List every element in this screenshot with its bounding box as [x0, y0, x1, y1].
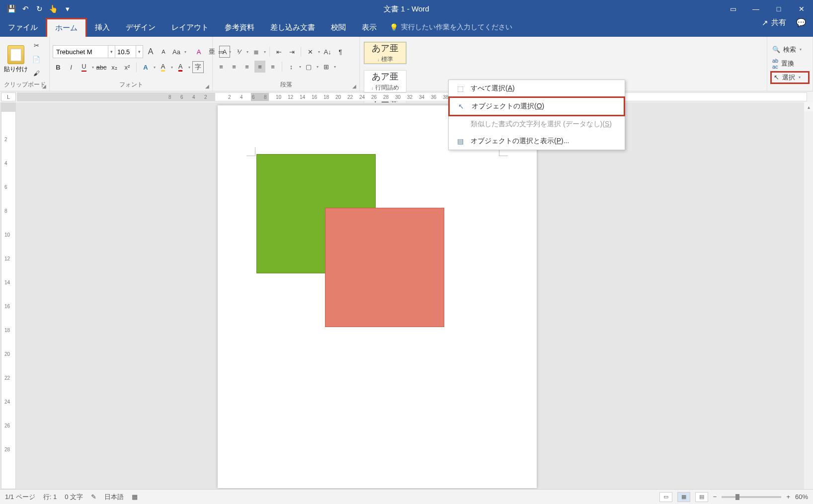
decrease-indent-button[interactable]: ⇤: [273, 46, 284, 58]
web-layout-button[interactable]: ▤: [695, 492, 708, 502]
paragraph-dialog-icon[interactable]: ◢: [352, 84, 356, 89]
borders-button[interactable]: ⊞: [321, 61, 331, 73]
cut-button[interactable]: ✂: [31, 39, 42, 51]
style-normal[interactable]: あア亜 ↓ 標準: [364, 42, 406, 64]
zoom-level[interactable]: 60%: [795, 493, 808, 501]
menu-select-objects[interactable]: ↖ オブジェクトの選択(O): [448, 96, 625, 116]
tab-design[interactable]: デザイン: [118, 18, 163, 37]
distribute-button[interactable]: ≡: [267, 61, 278, 73]
tab-home[interactable]: ホーム: [46, 18, 87, 37]
zoom-slider[interactable]: [722, 496, 781, 498]
increase-indent-button[interactable]: ⇥: [286, 46, 297, 58]
grow-font-button[interactable]: A: [145, 46, 156, 58]
copy-button[interactable]: 📄: [31, 53, 42, 65]
sort-button[interactable]: A↓: [322, 46, 333, 58]
tab-selector[interactable]: L: [1, 92, 16, 101]
vertical-ruler[interactable]: 246810121416182022242628: [1, 102, 16, 489]
italic-button[interactable]: I: [66, 61, 77, 73]
tab-layout[interactable]: レイアウト: [163, 18, 217, 37]
select-button[interactable]: ↖ 選択 ▾: [770, 71, 810, 84]
zoom-in-button[interactable]: +: [786, 493, 790, 501]
ribbon-options-button[interactable]: ▭: [722, 0, 744, 18]
bullets-button[interactable]: ≔: [216, 46, 227, 58]
page-count[interactable]: 1/1 ページ: [5, 493, 35, 502]
search-icon: 🔍: [772, 46, 780, 53]
align-right-button[interactable]: ≡: [242, 61, 252, 73]
format-painter-button[interactable]: 🖌: [31, 67, 42, 79]
strike-button[interactable]: abc: [96, 61, 107, 73]
qat-more-icon[interactable]: ▾: [63, 4, 72, 13]
window-buttons: ▭ — □ ✕: [722, 0, 813, 18]
enclose-char-button[interactable]: 字: [192, 61, 204, 73]
comments-button[interactable]: 💬: [796, 18, 806, 27]
paste-button[interactable]: 貼り付け: [3, 43, 29, 76]
share-button[interactable]: ↗ 共有: [762, 18, 786, 27]
font-name[interactable]: Trebuchet M: [53, 46, 108, 58]
menu-select-similar[interactable]: 類似した書式の文字列を選択 (データなし)(S): [449, 116, 625, 133]
clipboard-dialog-icon[interactable]: ◢: [42, 84, 46, 89]
bold-button[interactable]: B: [53, 61, 64, 73]
find-button[interactable]: 🔍 検索 ▾: [770, 43, 810, 56]
shrink-font-button[interactable]: A: [158, 46, 169, 58]
maximize-button[interactable]: □: [767, 0, 790, 18]
document-canvas[interactable]: [17, 102, 813, 489]
align-left-button[interactable]: ≡: [216, 61, 227, 73]
group-paragraph: ≔▾ ⅟▾ ≣▾ ⇤ ⇥ ✕▾ A↓ ¶ ≡ ≡ ≡ ≡ ≡ ↕▾ ▢▾ ⊞▾: [213, 37, 360, 91]
red-rectangle-shape[interactable]: [325, 208, 444, 327]
macro-icon[interactable]: ▦: [132, 493, 138, 501]
minimize-button[interactable]: —: [744, 0, 767, 18]
tell-me-placeholder: 実行したい作業を入力してください: [401, 23, 512, 32]
proofing-icon[interactable]: ✎: [91, 493, 96, 501]
menu-select-all[interactable]: ⬚ すべて選択(A): [449, 80, 625, 97]
text-direction-button[interactable]: ✕: [305, 46, 316, 58]
redo-icon[interactable]: ↻: [35, 4, 44, 13]
font-size-dropdown-icon[interactable]: ▾: [136, 46, 143, 58]
save-icon[interactable]: 💾: [7, 4, 16, 13]
close-button[interactable]: ✕: [790, 0, 813, 18]
align-center-button[interactable]: ≡: [229, 61, 240, 73]
tab-review[interactable]: 校閲: [323, 18, 354, 37]
shading-button[interactable]: ▢: [303, 61, 314, 73]
horizontal-ruler[interactable]: 86422468101214161820222426283032343638: [17, 92, 807, 101]
margin-mark-tl: [246, 147, 255, 156]
highlight-button[interactable]: A: [158, 61, 168, 73]
justify-button[interactable]: ≡: [254, 61, 265, 73]
font-dialog-icon[interactable]: ◢: [205, 84, 209, 89]
touch-mode-icon[interactable]: 👆: [49, 4, 58, 13]
ruler-area: L 86422468101214161820222426283032343638: [0, 91, 813, 102]
font-size[interactable]: 10.5: [115, 46, 136, 58]
superscript-button[interactable]: x²: [122, 61, 133, 73]
tab-mailings[interactable]: 差し込み文書: [262, 18, 323, 37]
font-color-button[interactable]: A: [175, 61, 186, 73]
text-effects-button[interactable]: A: [140, 61, 151, 73]
show-marks-button[interactable]: ¶: [335, 46, 346, 58]
underline-button[interactable]: U: [79, 61, 89, 73]
tab-view[interactable]: 表示: [354, 18, 385, 37]
language[interactable]: 日本語: [104, 493, 124, 502]
multilevel-button[interactable]: ≣: [250, 46, 261, 58]
print-layout-button[interactable]: ▦: [677, 492, 690, 502]
change-case-button[interactable]: Aa: [171, 46, 182, 58]
subscript-button[interactable]: x₂: [109, 61, 120, 73]
line-spacing-button[interactable]: ↕: [286, 61, 297, 73]
tab-insert[interactable]: 挿入: [87, 18, 118, 37]
scroll-up-button[interactable]: ▴: [804, 102, 813, 111]
zoom-out-button[interactable]: −: [713, 493, 717, 501]
numbering-button[interactable]: ⅟: [233, 46, 244, 58]
font-name-dropdown-icon[interactable]: ▾: [108, 46, 115, 58]
share-icon: ↗: [762, 18, 768, 27]
undo-icon[interactable]: ↶: [21, 4, 30, 13]
tab-file[interactable]: ファイル: [0, 18, 46, 37]
ribbon-tabs: ファイル ホーム 挿入 デザイン レイアウト 参考資料 差し込み文書 校閲 表示…: [0, 18, 813, 37]
menu-selection-pane[interactable]: ▤ オブジェクトの選択と表示(P)...: [449, 133, 625, 150]
read-mode-button[interactable]: ▭: [659, 492, 672, 502]
tell-me[interactable]: 💡 実行したい作業を入力してください: [385, 18, 512, 37]
word-count[interactable]: 0 文字: [65, 493, 83, 502]
style-no-spacing[interactable]: あア亜 ↓ 行間詰め: [364, 70, 406, 92]
tab-references[interactable]: 参考資料: [217, 18, 262, 37]
replace-button[interactable]: abac 置換: [770, 57, 810, 70]
font-name-box[interactable]: Trebuchet M ▾ 10.5 ▾: [53, 45, 143, 58]
line-number[interactable]: 行: 1: [43, 493, 57, 502]
vertical-scrollbar[interactable]: ▴: [804, 102, 813, 489]
clear-format-button[interactable]: A: [193, 46, 204, 58]
